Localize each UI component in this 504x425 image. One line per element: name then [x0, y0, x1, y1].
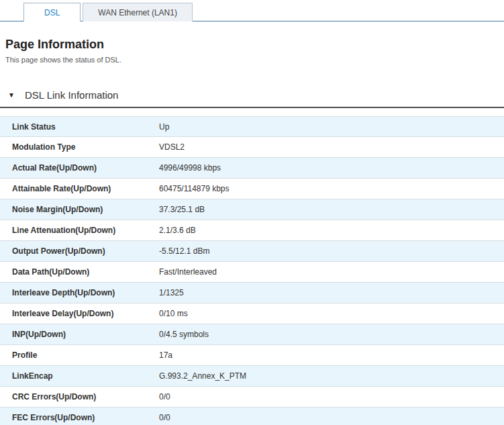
- row-label: Attainable Rate(Up/Down): [0, 184, 159, 193]
- row-label: Data Path(Up/Down): [0, 267, 159, 277]
- table-row: Profile 17a: [0, 345, 504, 366]
- table-row: LinkEncap G.993.2_Annex_K_PTM: [0, 366, 504, 387]
- dsl-status-table: Link Status Up Modulation Type VDSL2 Act…: [0, 116, 504, 425]
- collapse-triangle-icon[interactable]: ▼: [8, 91, 15, 99]
- row-label: Interleave Delay(Up/Down): [0, 309, 159, 318]
- table-row: Attainable Rate(Up/Down) 60475/114879 kb…: [0, 179, 504, 199]
- row-value: 0/4.5 symbols: [159, 330, 209, 339]
- row-label: FEC Errors(Up/Down): [0, 413, 159, 422]
- row-label: Noise Margin(Up/Down): [0, 205, 159, 214]
- row-label: LinkEncap: [0, 371, 159, 381]
- row-label: Actual Rate(Up/Down): [0, 163, 159, 173]
- row-label: Profile: [0, 350, 159, 360]
- table-row: INP(Up/Down) 0/4.5 symbols: [0, 324, 504, 345]
- row-value: 60475/114879 kbps: [159, 184, 230, 193]
- table-row: Actual Rate(Up/Down) 4996/49998 kbps: [0, 158, 504, 179]
- table-row: Interleave Delay(Up/Down) 0/10 ms: [0, 303, 504, 324]
- table-row: CRC Errors(Up/Down) 0/0: [0, 387, 504, 408]
- row-label: Interleave Depth(Up/Down): [0, 288, 159, 297]
- page-description: This page shows the status of DSL.: [5, 56, 504, 64]
- tab-bar: DSL WAN Ethernet (LAN1): [0, 0, 504, 21]
- row-value: 0/0: [159, 413, 170, 422]
- table-row: FEC Errors(Up/Down) 0/0: [0, 408, 504, 425]
- row-value: 0/0: [159, 392, 170, 402]
- row-value: G.993.2_Annex_K_PTM: [159, 371, 246, 381]
- dsl-link-information-section-header[interactable]: ▼ DSL Link Information: [8, 89, 504, 101]
- tab-dsl[interactable]: DSL: [23, 3, 81, 21]
- table-row: Modulation Type VDSL2: [0, 137, 504, 158]
- table-row: Interleave Depth(Up/Down) 1/1325: [0, 283, 504, 303]
- tab-wan-ethernet-lan1[interactable]: WAN Ethernet (LAN1): [83, 3, 193, 21]
- row-value: 17a: [159, 350, 172, 360]
- row-value: 37.3/25.1 dB: [159, 205, 205, 214]
- row-label: Output Power(Up/Down): [0, 246, 159, 256]
- row-value: 0/10 ms: [159, 309, 188, 318]
- table-row: Line Attenuation(Up/Down) 2.1/3.6 dB: [0, 220, 504, 241]
- table-row: Link Status Up: [0, 116, 504, 137]
- row-label: CRC Errors(Up/Down): [0, 392, 159, 402]
- row-value: -5.5/12.1 dBm: [159, 246, 209, 256]
- section-divider: [0, 107, 504, 108]
- row-value: Fast/Interleaved: [159, 267, 217, 277]
- table-row: Output Power(Up/Down) -5.5/12.1 dBm: [0, 241, 504, 262]
- row-label: Link Status: [0, 122, 159, 132]
- row-value: VDSL2: [159, 142, 185, 152]
- table-row: Data Path(Up/Down) Fast/Interleaved: [0, 262, 504, 283]
- row-label: INP(Up/Down): [0, 330, 159, 339]
- page-title: Page Information: [5, 38, 504, 52]
- row-value: 2.1/3.6 dB: [159, 226, 196, 235]
- section-title: DSL Link Information: [25, 89, 119, 101]
- row-value: Up: [159, 122, 169, 132]
- row-label: Modulation Type: [0, 142, 159, 152]
- row-value: 4996/49998 kbps: [159, 163, 221, 173]
- table-row: Noise Margin(Up/Down) 37.3/25.1 dB: [0, 199, 504, 220]
- row-label: Line Attenuation(Up/Down): [0, 226, 159, 235]
- row-value: 1/1325: [159, 288, 184, 297]
